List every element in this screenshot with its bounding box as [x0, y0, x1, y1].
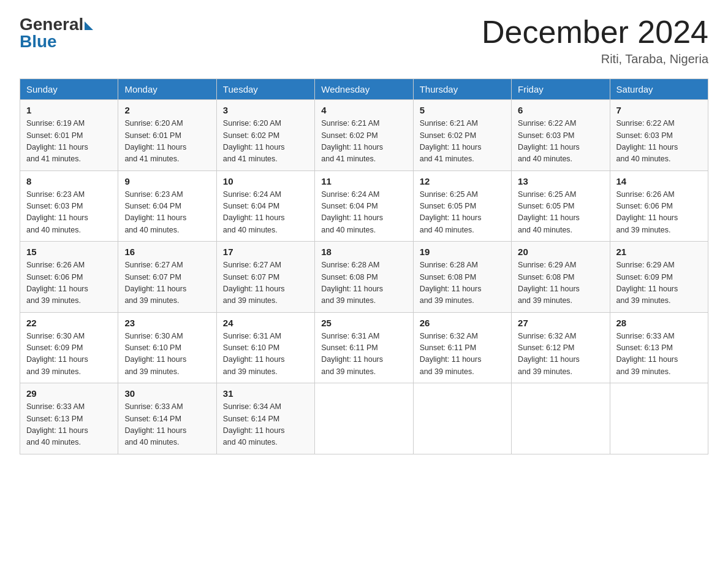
day-number: 1: [26, 105, 112, 115]
day-number: 21: [616, 247, 702, 257]
calendar-cell: 13 Sunrise: 6:25 AMSunset: 6:05 PMDaylig…: [512, 170, 610, 242]
day-number: 15: [26, 247, 112, 257]
day-number: 11: [321, 176, 406, 186]
day-number: 16: [124, 247, 210, 257]
day-info: Sunrise: 6:24 AMSunset: 6:04 PMDaylight:…: [321, 189, 406, 237]
logo-blue-text: Blue: [20, 32, 57, 52]
day-number: 17: [223, 247, 308, 257]
day-number: 7: [616, 105, 702, 115]
week-row-2: 8 Sunrise: 6:23 AMSunset: 6:03 PMDayligh…: [20, 170, 708, 242]
calendar-cell: [413, 383, 511, 454]
day-info: Sunrise: 6:31 AMSunset: 6:11 PMDaylight:…: [321, 331, 406, 378]
calendar-cell: 23 Sunrise: 6:30 AMSunset: 6:10 PMDaylig…: [118, 312, 216, 383]
week-row-5: 29 Sunrise: 6:33 AMSunset: 6:13 PMDaylig…: [20, 383, 708, 454]
calendar-cell: 12 Sunrise: 6:25 AMSunset: 6:05 PMDaylig…: [413, 170, 511, 242]
calendar-cell: 6 Sunrise: 6:22 AMSunset: 6:03 PMDayligh…: [512, 100, 610, 171]
calendar-cell: 11 Sunrise: 6:24 AMSunset: 6:04 PMDaylig…: [315, 170, 413, 242]
week-row-1: 1 Sunrise: 6:19 AMSunset: 6:01 PMDayligh…: [20, 100, 708, 171]
calendar-cell: 25 Sunrise: 6:31 AMSunset: 6:11 PMDaylig…: [315, 312, 413, 383]
day-number: 6: [518, 105, 603, 115]
header-cell-friday: Friday: [512, 79, 610, 100]
logo: General Blue: [20, 15, 93, 52]
header-cell-tuesday: Tuesday: [216, 79, 314, 100]
day-number: 28: [616, 318, 702, 328]
day-info: Sunrise: 6:20 AMSunset: 6:01 PMDaylight:…: [124, 118, 210, 166]
day-number: 3: [223, 105, 308, 115]
day-info: Sunrise: 6:30 AMSunset: 6:10 PMDaylight:…: [124, 331, 210, 378]
day-info: Sunrise: 6:33 AMSunset: 6:13 PMDaylight:…: [26, 401, 112, 449]
header-cell-saturday: Saturday: [610, 79, 708, 100]
calendar-cell: 5 Sunrise: 6:21 AMSunset: 6:02 PMDayligh…: [413, 100, 511, 171]
calendar-cell: 3 Sunrise: 6:20 AMSunset: 6:02 PMDayligh…: [216, 100, 314, 171]
title-area: December 2024 Riti, Taraba, Nigeria: [482, 15, 708, 66]
calendar-cell: [315, 383, 413, 454]
calendar-cell: 10 Sunrise: 6:24 AMSunset: 6:04 PMDaylig…: [216, 170, 314, 242]
day-info: Sunrise: 6:31 AMSunset: 6:10 PMDaylight:…: [223, 331, 308, 378]
calendar-cell: 16 Sunrise: 6:27 AMSunset: 6:07 PMDaylig…: [118, 242, 216, 313]
calendar-cell: 19 Sunrise: 6:28 AMSunset: 6:08 PMDaylig…: [413, 242, 511, 313]
day-number: 30: [124, 388, 210, 399]
day-number: 24: [223, 318, 308, 328]
month-title: December 2024: [482, 15, 708, 50]
day-number: 9: [124, 176, 210, 186]
day-info: Sunrise: 6:20 AMSunset: 6:02 PMDaylight:…: [223, 118, 308, 166]
day-info: Sunrise: 6:32 AMSunset: 6:11 PMDaylight:…: [420, 331, 505, 378]
day-info: Sunrise: 6:21 AMSunset: 6:02 PMDaylight:…: [420, 118, 505, 166]
calendar-cell: 29 Sunrise: 6:33 AMSunset: 6:13 PMDaylig…: [20, 383, 118, 454]
day-number: 29: [26, 388, 112, 399]
day-info: Sunrise: 6:19 AMSunset: 6:01 PMDaylight:…: [26, 118, 112, 166]
calendar-cell: 22 Sunrise: 6:30 AMSunset: 6:09 PMDaylig…: [20, 312, 118, 383]
header-cell-wednesday: Wednesday: [315, 79, 413, 100]
day-info: Sunrise: 6:30 AMSunset: 6:09 PMDaylight:…: [26, 331, 112, 378]
header-cell-thursday: Thursday: [413, 79, 511, 100]
calendar-cell: 21 Sunrise: 6:29 AMSunset: 6:09 PMDaylig…: [610, 242, 708, 313]
calendar-cell: 18 Sunrise: 6:28 AMSunset: 6:08 PMDaylig…: [315, 242, 413, 313]
page-header: General Blue December 2024 Riti, Taraba,…: [20, 15, 708, 66]
header-row: SundayMondayTuesdayWednesdayThursdayFrid…: [20, 79, 708, 100]
day-info: Sunrise: 6:28 AMSunset: 6:08 PMDaylight:…: [321, 259, 406, 307]
day-info: Sunrise: 6:33 AMSunset: 6:13 PMDaylight:…: [616, 331, 702, 378]
calendar-cell: 26 Sunrise: 6:32 AMSunset: 6:11 PMDaylig…: [413, 312, 511, 383]
day-info: Sunrise: 6:28 AMSunset: 6:08 PMDaylight:…: [420, 259, 505, 307]
day-number: 31: [223, 388, 308, 399]
day-number: 22: [26, 318, 112, 328]
day-number: 4: [321, 105, 406, 115]
calendar-body: 1 Sunrise: 6:19 AMSunset: 6:01 PMDayligh…: [20, 100, 708, 454]
day-number: 25: [321, 318, 406, 328]
day-info: Sunrise: 6:25 AMSunset: 6:05 PMDaylight:…: [420, 189, 505, 237]
day-info: Sunrise: 6:25 AMSunset: 6:05 PMDaylight:…: [518, 189, 603, 237]
day-number: 2: [124, 105, 210, 115]
calendar-cell: 31 Sunrise: 6:34 AMSunset: 6:14 PMDaylig…: [216, 383, 314, 454]
day-info: Sunrise: 6:29 AMSunset: 6:08 PMDaylight:…: [518, 259, 603, 307]
calendar-header: SundayMondayTuesdayWednesdayThursdayFrid…: [20, 79, 708, 100]
day-number: 26: [420, 318, 505, 328]
day-number: 13: [518, 176, 603, 186]
calendar-cell: 2 Sunrise: 6:20 AMSunset: 6:01 PMDayligh…: [118, 100, 216, 171]
day-number: 18: [321, 247, 406, 257]
week-row-4: 22 Sunrise: 6:30 AMSunset: 6:09 PMDaylig…: [20, 312, 708, 383]
day-number: 5: [420, 105, 505, 115]
day-number: 12: [420, 176, 505, 186]
calendar-cell: 17 Sunrise: 6:27 AMSunset: 6:07 PMDaylig…: [216, 242, 314, 313]
day-info: Sunrise: 6:21 AMSunset: 6:02 PMDaylight:…: [321, 118, 406, 166]
calendar-cell: 14 Sunrise: 6:26 AMSunset: 6:06 PMDaylig…: [610, 170, 708, 242]
calendar-cell: 4 Sunrise: 6:21 AMSunset: 6:02 PMDayligh…: [315, 100, 413, 171]
calendar-cell: 30 Sunrise: 6:33 AMSunset: 6:14 PMDaylig…: [118, 383, 216, 454]
day-info: Sunrise: 6:23 AMSunset: 6:03 PMDaylight:…: [26, 189, 112, 237]
calendar-cell: 1 Sunrise: 6:19 AMSunset: 6:01 PMDayligh…: [20, 100, 118, 171]
header-cell-sunday: Sunday: [20, 79, 118, 100]
calendar-table: SundayMondayTuesdayWednesdayThursdayFrid…: [20, 79, 708, 454]
location-text: Riti, Taraba, Nigeria: [482, 52, 708, 66]
calendar-cell: [610, 383, 708, 454]
day-info: Sunrise: 6:27 AMSunset: 6:07 PMDaylight:…: [223, 259, 308, 307]
day-number: 14: [616, 176, 702, 186]
calendar-cell: [512, 383, 610, 454]
day-number: 19: [420, 247, 505, 257]
day-number: 27: [518, 318, 603, 328]
calendar-cell: 24 Sunrise: 6:31 AMSunset: 6:10 PMDaylig…: [216, 312, 314, 383]
day-info: Sunrise: 6:26 AMSunset: 6:06 PMDaylight:…: [616, 189, 702, 237]
day-info: Sunrise: 6:22 AMSunset: 6:03 PMDaylight:…: [616, 118, 702, 166]
day-info: Sunrise: 6:23 AMSunset: 6:04 PMDaylight:…: [124, 189, 210, 237]
day-info: Sunrise: 6:22 AMSunset: 6:03 PMDaylight:…: [518, 118, 603, 166]
day-info: Sunrise: 6:32 AMSunset: 6:12 PMDaylight:…: [518, 331, 603, 378]
